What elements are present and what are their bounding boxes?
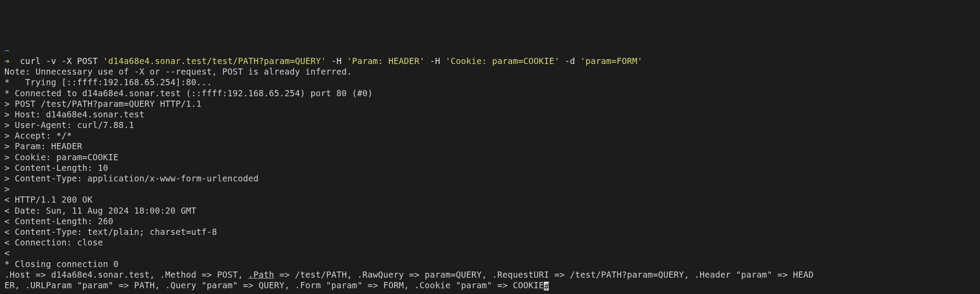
res-line: < Connection: close	[4, 237, 976, 248]
note-line: Note: Unnecessary use of -X or --request…	[4, 67, 976, 77]
prompt-arrow: ➜	[4, 56, 10, 66]
body-line-2: ER, .URLParam "param" => PATH, .Query "p…	[4, 280, 976, 291]
flag-h2: -H	[425, 56, 445, 66]
req-line: > Content-Length: 10	[4, 163, 976, 173]
closing-line: * Closing connection 0	[4, 259, 976, 270]
body-seg-a: .Host => d14a68e4.sonar.test, .Method =>…	[4, 270, 248, 280]
body-line: .Host => d14a68e4.sonar.test, .Method =>…	[4, 270, 976, 280]
flag-d: -d	[560, 56, 580, 66]
flag-v: -v	[41, 56, 56, 66]
data-arg: 'param=FORM'	[580, 56, 643, 66]
cursor: #	[544, 282, 549, 290]
res-line: <	[4, 248, 976, 259]
req-line: > POST /test/PATH?param=QUERY HTTP/1.1	[4, 99, 976, 109]
tilde: ~	[4, 45, 10, 56]
req-line: > User-Agent: curl/7.88.1	[4, 120, 976, 131]
connected-line: * Connected to d14a68e4.sonar.test (::ff…	[4, 88, 976, 99]
trying-line: * Trying [::ffff:192.168.65.254]:80...	[4, 77, 976, 88]
body-seg-c: ER, .URLParam "param" => PATH, .Query "p…	[4, 280, 544, 290]
prompt-line: ➜ curl -v -X POST 'd14a68e4.sonar.test/t…	[4, 56, 976, 67]
curl-cmd: curl	[20, 56, 41, 66]
req-line: > Host: d14a68e4.sonar.test	[4, 109, 976, 120]
cwd-line: ~	[4, 45, 976, 56]
req-line: > Cookie: param=COOKIE	[4, 152, 976, 163]
terminal-output[interactable]: ~➜ curl -v -X POST 'd14a68e4.sonar.test/…	[4, 45, 976, 291]
method: POST	[72, 56, 103, 66]
body-path: .Path	[248, 270, 274, 280]
header1: 'Param: HEADER'	[347, 56, 425, 66]
url-arg: 'd14a68e4.sonar.test/test/PATH?param=QUE…	[103, 56, 326, 66]
header2: 'Cookie: param=COOKIE'	[445, 56, 560, 66]
req-line: > Param: HEADER	[4, 141, 976, 152]
flag-x: -X	[57, 56, 72, 66]
res-line: < Content-Type: text/plain; charset=utf-…	[4, 227, 976, 237]
req-line: > Accept: */*	[4, 131, 976, 141]
res-line: < HTTP/1.1 200 OK	[4, 195, 976, 205]
res-line: < Date: Sun, 11 Aug 2024 18:00:20 GMT	[4, 206, 976, 216]
flag-h1: -H	[326, 56, 347, 66]
body-seg-b: => /test/PATH, .RawQuery => param=QUERY,…	[274, 270, 814, 280]
req-line: >	[4, 184, 976, 195]
res-line: < Content-Length: 260	[4, 216, 976, 227]
req-line: > Content-Type: application/x-www-form-u…	[4, 173, 976, 184]
